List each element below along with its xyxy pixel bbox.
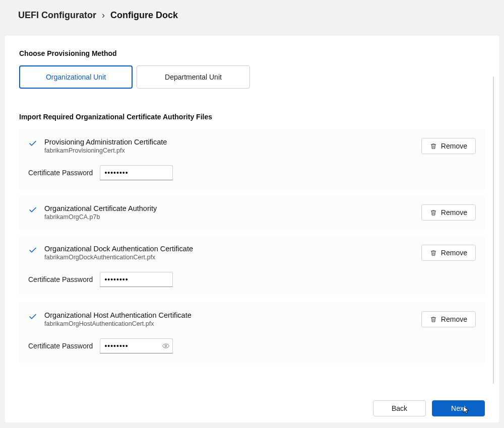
provisioning-method-title: Choose Provisioning Method bbox=[19, 49, 485, 57]
cert-filename: fabrikamProvisioningCert.pfx bbox=[44, 147, 414, 154]
svg-point-0 bbox=[165, 345, 167, 346]
check-icon bbox=[28, 312, 37, 321]
cert-filename: fabrikamOrgHostAuthenticationCert.pfx bbox=[44, 320, 414, 327]
provisioning-toggle: Organizational Unit Departmental Unit bbox=[19, 65, 485, 89]
remove-button[interactable]: Remove bbox=[421, 311, 476, 327]
provisioning-dept-unit-button[interactable]: Departmental Unit bbox=[137, 65, 250, 89]
remove-label: Remove bbox=[441, 208, 467, 217]
main-card: Choose Provisioning Method Organizationa… bbox=[5, 35, 499, 422]
cert-title: Organizational Dock Authentication Certi… bbox=[44, 245, 414, 253]
check-icon bbox=[28, 205, 37, 215]
remove-button[interactable]: Remove bbox=[421, 138, 476, 154]
next-button[interactable]: Next bbox=[432, 400, 485, 416]
cert-password-label: Certificate Password bbox=[28, 342, 93, 350]
breadcrumb: UEFI Configurator › Configure Dock bbox=[0, 0, 504, 30]
remove-button[interactable]: Remove bbox=[421, 204, 476, 221]
trash-icon bbox=[430, 142, 437, 150]
show-password-icon[interactable] bbox=[162, 342, 170, 350]
remove-button[interactable]: Remove bbox=[421, 245, 476, 261]
chevron-right-icon: › bbox=[102, 10, 105, 20]
trash-icon bbox=[430, 316, 437, 323]
cert-block: Organizational Dock Authentication Certi… bbox=[19, 236, 485, 297]
cert-block: Organizational Certificate Authority fab… bbox=[19, 195, 485, 231]
remove-label: Remove bbox=[441, 142, 467, 150]
back-button[interactable]: Back bbox=[373, 400, 426, 416]
breadcrumb-current: Configure Dock bbox=[110, 10, 178, 20]
breadcrumb-root[interactable]: UEFI Configurator bbox=[18, 10, 96, 20]
check-icon bbox=[28, 246, 37, 255]
import-cert-title: Import Required Organizational Certifica… bbox=[19, 113, 485, 121]
remove-label: Remove bbox=[441, 315, 467, 323]
remove-label: Remove bbox=[441, 249, 467, 257]
cert-block: Organizational Host Authentication Certi… bbox=[19, 302, 485, 364]
provisioning-org-unit-button[interactable]: Organizational Unit bbox=[19, 65, 133, 89]
cert-title: Organizational Host Authentication Certi… bbox=[44, 311, 414, 319]
cert-filename: fabrikamOrgCA.p7b bbox=[44, 213, 414, 221]
cert-password-label: Certificate Password bbox=[28, 275, 93, 283]
footer-actions: Back Next bbox=[373, 400, 485, 416]
cert-title: Organizational Certificate Authority bbox=[44, 204, 414, 212]
cert-password-input[interactable] bbox=[100, 165, 173, 180]
cert-password-input[interactable] bbox=[100, 272, 173, 287]
check-icon bbox=[28, 139, 37, 148]
trash-icon bbox=[430, 209, 437, 217]
cert-block: Provisioning Administration Certificate … bbox=[19, 129, 485, 190]
cert-filename: fabrikamOrgDockAuthenticationCert.pfx bbox=[44, 254, 414, 261]
trash-icon bbox=[430, 249, 437, 257]
cert-title: Provisioning Administration Certificate bbox=[44, 138, 414, 146]
cert-password-label: Certificate Password bbox=[28, 169, 93, 177]
